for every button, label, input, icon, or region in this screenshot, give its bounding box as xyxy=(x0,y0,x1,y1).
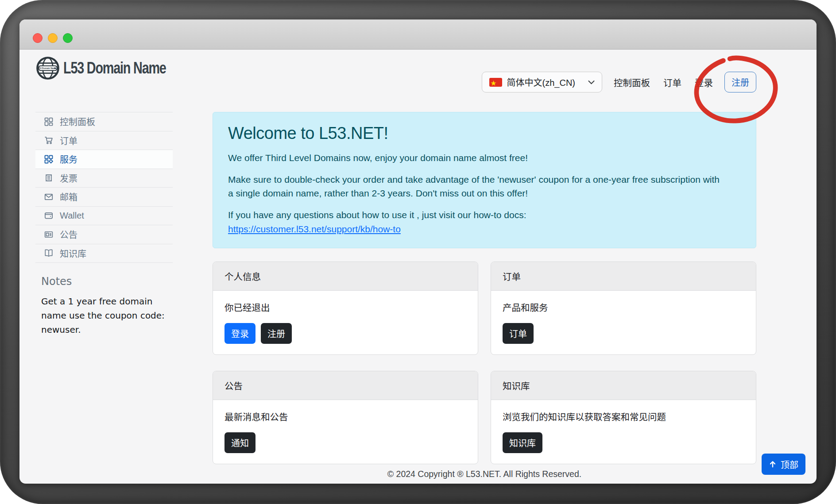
minimize-button[interactable] xyxy=(48,33,58,43)
sidebar-item-label: 控制面板 xyxy=(60,115,95,128)
envelope-icon xyxy=(44,192,53,201)
card-description: 最新消息和公告 xyxy=(224,410,466,423)
card-description: 你已经退出 xyxy=(224,300,466,314)
arrow-up-icon xyxy=(769,460,777,468)
card-announcements: 公告 最新消息和公告 通知 xyxy=(213,371,478,464)
notes-title: Notes xyxy=(41,275,173,288)
zoom-button[interactable] xyxy=(63,33,73,43)
language-select[interactable]: ★ 简体中文(zh_CN) xyxy=(482,72,602,92)
card-body: 最新消息和公告 通知 xyxy=(213,400,478,464)
sidebar-item-orders[interactable]: 订单 xyxy=(35,131,173,150)
sidebar-menu: 控制面板 订单 xyxy=(35,112,173,263)
brand-logo[interactable]: L53 Domain Name L53 Domain Name xyxy=(35,56,192,81)
china-flag-icon: ★ xyxy=(489,78,502,87)
window-titlebar xyxy=(19,19,817,50)
sidebar-item-email[interactable]: 邮箱 xyxy=(35,187,173,206)
card-profile: 个人信息 你已经退出 登录 注册 xyxy=(213,262,478,355)
knowledgebase-button[interactable]: 知识库 xyxy=(503,432,542,453)
header-actions: ★ 简体中文(zh_CN) 控制面板 订单 登录 注册 xyxy=(482,72,756,92)
top-nav: 控制面板 订单 登录 xyxy=(614,76,713,89)
back-to-top-button[interactable]: 顶部 xyxy=(762,454,805,475)
sidebar-item-label: Wallet xyxy=(60,211,84,221)
book-icon xyxy=(44,249,53,258)
cards-row-1: 个人信息 你已经退出 登录 注册 订单 产品和服务 订单 xyxy=(213,262,756,355)
signup-button[interactable]: 注册 xyxy=(261,323,292,344)
howto-docs-link[interactable]: https://customer.l53.net/support/kb/how-… xyxy=(228,224,401,234)
chevron-down-icon xyxy=(588,80,595,85)
card-body: 产品和服务 订单 xyxy=(491,291,756,354)
sidebar-item-services[interactable]: 服务 xyxy=(35,150,173,169)
boxes-icon xyxy=(44,155,53,164)
card-title: 订单 xyxy=(491,262,756,291)
back-to-top-label: 顶部 xyxy=(781,458,798,471)
sidebar-item-invoices[interactable]: 发票 xyxy=(35,169,173,188)
brand-name: L53 Domain Name xyxy=(63,59,166,77)
sidebar-item-label: 服务 xyxy=(60,153,77,165)
sidebar-item-wallet[interactable]: Wallet xyxy=(35,206,173,225)
sidebar-item-knowledgebase[interactable]: 知识库 xyxy=(35,244,173,263)
window-controls xyxy=(33,33,73,43)
svg-text:★: ★ xyxy=(491,79,496,86)
sidebar-item-label: 邮箱 xyxy=(60,190,77,203)
banner-paragraph: If you have any questions about how to u… xyxy=(228,208,724,222)
card-actions: 通知 xyxy=(224,432,466,453)
sidebar-item-announcements[interactable]: 公告 xyxy=(35,225,173,244)
globe-logo-icon: L53 Domain Name xyxy=(35,56,60,81)
banner-paragraph: Make sure to double-check your order and… xyxy=(228,173,724,200)
language-label: 简体中文(zh_CN) xyxy=(507,76,575,88)
sidebar: 控制面板 订单 xyxy=(35,112,173,337)
cart-icon xyxy=(44,136,53,145)
sidebar-item-label: 知识库 xyxy=(60,247,86,260)
sidebar-item-dashboard[interactable]: 控制面板 xyxy=(35,112,173,131)
sidebar-item-label: 公告 xyxy=(60,228,77,241)
browser-window: L53 Domain Name L53 Domain Name ★ 简体中文(z… xyxy=(19,19,817,484)
card-description: 浏览我们的知识库以获取答案和常见问题 xyxy=(503,410,744,423)
orders-button[interactable]: 订单 xyxy=(503,323,534,344)
cards-row-2: 公告 最新消息和公告 通知 知识库 浏览我们的知识库以获取答案和常见问题 知识库 xyxy=(213,371,756,464)
login-button[interactable]: 登录 xyxy=(224,323,255,344)
close-button[interactable] xyxy=(33,33,43,43)
welcome-banner: Welcome to L53.NET! We offer Third Level… xyxy=(213,112,756,248)
dashboard-grid-icon xyxy=(44,117,53,126)
card-description: 产品和服务 xyxy=(503,300,744,314)
nav-dashboard[interactable]: 控制面板 xyxy=(614,76,650,89)
card-title: 个人信息 xyxy=(213,262,478,291)
newspaper-icon xyxy=(44,230,53,239)
banner-paragraph: We offer Third Level Domains now, enjoy … xyxy=(228,151,724,165)
card-orders: 订单 产品和服务 订单 xyxy=(491,262,756,355)
sidebar-item-label: 订单 xyxy=(60,134,77,147)
nav-login[interactable]: 登录 xyxy=(695,76,713,89)
sidebar-item-label: 发票 xyxy=(60,172,77,185)
card-body: 你已经退出 登录 注册 xyxy=(213,291,478,354)
card-knowledgebase: 知识库 浏览我们的知识库以获取答案和常见问题 知识库 xyxy=(491,371,756,464)
register-button[interactable]: 注册 xyxy=(724,72,756,92)
card-actions: 知识库 xyxy=(503,432,744,453)
card-body: 浏览我们的知识库以获取答案和常见问题 知识库 xyxy=(491,400,756,464)
sidebar-notes: Notes Get a 1 year free domain name use … xyxy=(35,275,173,337)
card-title: 知识库 xyxy=(491,371,756,400)
receipt-icon xyxy=(44,173,53,182)
nav-orders[interactable]: 订单 xyxy=(663,76,681,89)
card-actions: 登录 注册 xyxy=(224,323,466,344)
main-column: Welcome to L53.NET! We offer Third Level… xyxy=(213,112,756,464)
logo-badge-text: L53 Domain Name xyxy=(38,67,57,69)
notes-body: Get a 1 year free domain name use the co… xyxy=(41,294,170,337)
notifications-button[interactable]: 通知 xyxy=(224,432,255,453)
card-title: 公告 xyxy=(213,371,478,400)
footer-copyright: © 2024 Copyright ® L53.NET. All Rights R… xyxy=(213,469,756,479)
wallet-icon xyxy=(44,211,53,220)
banner-title: Welcome to L53.NET! xyxy=(228,124,741,143)
page-content: L53 Domain Name L53 Domain Name ★ 简体中文(z… xyxy=(19,50,817,483)
card-actions: 订单 xyxy=(503,323,744,344)
